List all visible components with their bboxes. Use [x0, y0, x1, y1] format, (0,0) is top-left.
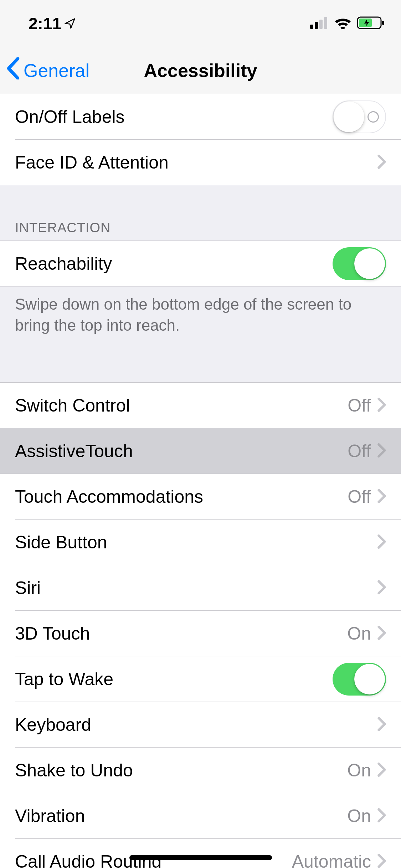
- status-bar: 2:11: [0, 0, 401, 47]
- section-1: On/Off Labels Face ID & Attention: [0, 94, 401, 185]
- row-call-audio-routing[interactable]: Call Audio Routing Automatic: [0, 839, 401, 868]
- nav-bar: General Accessibility: [0, 47, 401, 94]
- row-label: Shake to Undo: [15, 760, 347, 781]
- svg-rect-2: [319, 20, 323, 29]
- row-value: Off: [348, 486, 371, 507]
- toggle-reachability[interactable]: [333, 247, 386, 280]
- chevron-right-icon: [377, 808, 386, 824]
- row-label: Vibration: [15, 806, 347, 826]
- section-footer-reachability: Swipe down on the bottom edge of the scr…: [0, 286, 401, 343]
- svg-rect-1: [315, 22, 318, 29]
- row-value: On: [347, 806, 371, 826]
- chevron-right-icon: [377, 854, 386, 868]
- row-value: Off: [348, 441, 371, 461]
- battery-charging-icon: [357, 16, 385, 31]
- chevron-right-icon: [377, 443, 386, 459]
- svg-rect-0: [310, 25, 313, 29]
- row-vibration[interactable]: Vibration On: [0, 793, 401, 839]
- row-touch-accommodations[interactable]: Touch Accommodations Off: [0, 474, 401, 520]
- row-label: Side Button: [15, 532, 377, 553]
- row-label: Siri: [15, 578, 377, 598]
- chevron-right-icon: [377, 489, 386, 505]
- row-tap-to-wake[interactable]: Tap to Wake: [0, 656, 401, 702]
- row-switch-control[interactable]: Switch Control Off: [0, 383, 401, 428]
- chevron-right-icon: [377, 580, 386, 596]
- back-button[interactable]: General: [0, 57, 89, 84]
- chevron-right-icon: [377, 534, 386, 550]
- row-value: Off: [348, 395, 371, 416]
- home-indicator[interactable]: [129, 855, 272, 860]
- back-label: General: [24, 60, 89, 81]
- row-label: 3D Touch: [15, 623, 347, 644]
- section-2: Reachability: [0, 241, 401, 286]
- toggle-knob: [354, 248, 385, 279]
- row-label: Touch Accommodations: [15, 486, 348, 507]
- toggle-tap-to-wake[interactable]: [333, 663, 386, 696]
- row-keyboard[interactable]: Keyboard: [0, 702, 401, 748]
- status-time: 2:11: [29, 14, 61, 33]
- chevron-right-icon: [377, 155, 386, 170]
- row-on-off-labels[interactable]: On/Off Labels: [0, 94, 401, 140]
- status-right: [310, 16, 385, 31]
- row-shake-to-undo[interactable]: Shake to Undo On: [0, 748, 401, 793]
- row-label: Face ID & Attention: [15, 152, 377, 173]
- row-reachability[interactable]: Reachability: [0, 241, 401, 286]
- page-title: Accessibility: [144, 60, 257, 81]
- chevron-right-icon: [377, 626, 386, 641]
- row-value: Automatic: [292, 851, 371, 868]
- svg-rect-6: [382, 21, 384, 25]
- row-label: Keyboard: [15, 714, 377, 735]
- row-face-id-attention[interactable]: Face ID & Attention: [0, 140, 401, 185]
- chevron-right-icon: [377, 763, 386, 778]
- wifi-icon: [334, 16, 352, 31]
- cellular-signal-icon: [310, 17, 329, 30]
- toggle-on-off-labels[interactable]: [333, 100, 386, 133]
- chevron-right-icon: [377, 398, 386, 413]
- chevron-right-icon: [377, 717, 386, 733]
- toggle-ring-icon: [367, 111, 379, 123]
- gap: [0, 343, 401, 382]
- row-label: Reachability: [15, 253, 333, 274]
- svg-rect-3: [324, 17, 327, 29]
- status-time-area: 2:11: [29, 14, 76, 33]
- row-value: On: [347, 623, 371, 644]
- separator: [0, 286, 401, 286]
- row-label: Switch Control: [15, 395, 348, 416]
- toggle-knob: [334, 102, 364, 132]
- row-value: On: [347, 760, 371, 781]
- row-side-button[interactable]: Side Button: [0, 520, 401, 565]
- chevron-left-icon: [6, 57, 20, 84]
- row-assistive-touch[interactable]: AssistiveTouch Off: [0, 428, 401, 474]
- toggle-knob: [354, 664, 385, 694]
- row-label: AssistiveTouch: [15, 441, 348, 461]
- section-header-interaction: INTERACTION: [0, 185, 401, 241]
- row-3d-touch[interactable]: 3D Touch On: [0, 611, 401, 656]
- location-arrow-icon: [64, 14, 76, 33]
- row-label: On/Off Labels: [15, 107, 333, 127]
- section-3: Switch Control Off AssistiveTouch Off To…: [0, 382, 401, 868]
- row-label: Tap to Wake: [15, 669, 333, 689]
- separator: [0, 185, 401, 185]
- row-siri[interactable]: Siri: [0, 565, 401, 611]
